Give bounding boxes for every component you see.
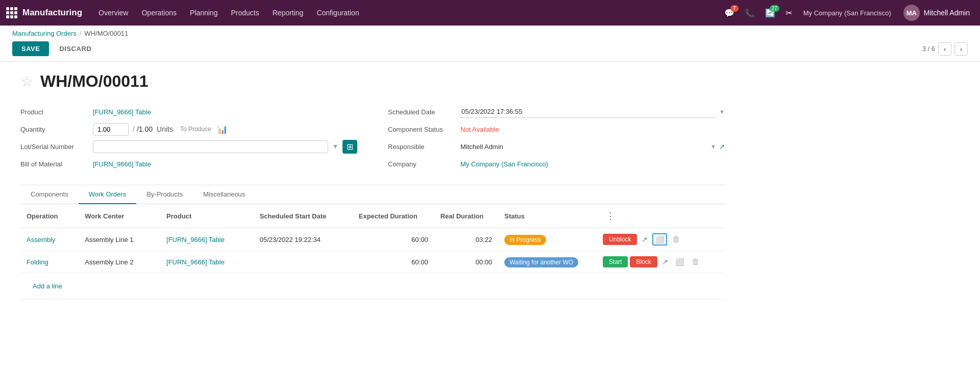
start-button[interactable]: Start (603, 256, 628, 267)
user-avatar: MA (903, 5, 920, 21)
quantity-field: Quantity / /1.00 Units To Produce 📊 (20, 120, 357, 138)
nav-reporting[interactable]: Reporting (266, 6, 310, 20)
lot-serial-label: Lot/Serial Number (20, 143, 87, 151)
row1-product: [FURN_9666] Table (160, 228, 254, 251)
row1-tablet-button[interactable]: ⬜ (652, 233, 667, 246)
quantity-of: /1.00 (137, 125, 153, 133)
row2-tablet-button[interactable]: ⬜ (673, 256, 687, 267)
nav-operations[interactable]: Operations (135, 6, 182, 20)
responsible-input[interactable] (460, 143, 707, 151)
quantity-to-produce-label: To Produce (180, 126, 211, 133)
row2-external-link-button[interactable]: ↗ (659, 256, 671, 267)
page-header: Manufacturing Orders / WH/MO/00011 SAVE … (0, 26, 980, 62)
responsible-external-link-icon[interactable]: ↗ (719, 143, 725, 151)
chat-button[interactable]: 💬 7 (721, 6, 738, 20)
row2-delete-button[interactable]: 🗑 (689, 256, 703, 267)
th-real-duration: Real Duration (434, 204, 499, 228)
tab-by-products[interactable]: By-Products (136, 185, 193, 204)
row1-delete-button[interactable]: 🗑 (669, 234, 683, 245)
breadcrumb: Manufacturing Orders / WH/MO/00011 (12, 30, 968, 37)
product-label: Product (20, 108, 87, 116)
pagination-prev[interactable]: ‹ (938, 42, 951, 56)
save-button[interactable]: SAVE (12, 41, 49, 56)
row2-expected-duration: 60:00 (353, 251, 434, 273)
row2-operation-link[interactable]: Folding (27, 258, 48, 266)
grid-icon (6, 7, 17, 18)
nav-menu: Overview Operations Planning Products Re… (92, 6, 719, 20)
trash-icon: 🗑 (692, 257, 700, 266)
work-orders-table: Operation Work Center Product Scheduled … (20, 204, 725, 300)
row1-status: In Progress (498, 228, 597, 251)
table-row: Assembly Assembly Line 1 [FURN_9666] Tab… (20, 228, 725, 251)
tabs-list: Components Work Orders By-Products Misce… (20, 185, 725, 204)
chart-icon[interactable]: 📊 (217, 125, 228, 134)
nav-overview[interactable]: Overview (92, 6, 134, 20)
add-line-cell: Add a line (20, 273, 725, 300)
user-menu[interactable]: MA Mitchell Admin (899, 3, 974, 23)
quantity-unit: Units (157, 125, 173, 133)
scheduled-date-input[interactable] (460, 106, 716, 118)
activity-button[interactable]: 🔄 27 (762, 6, 778, 20)
breadcrumb-current: WH/MO/00011 (84, 30, 128, 37)
tab-work-orders[interactable]: Work Orders (79, 185, 136, 204)
row2-status: Waiting for another WO (498, 251, 597, 273)
right-fields: Scheduled Date ▼ Component Status Not Av… (388, 103, 725, 173)
bom-label: Bill of Material (20, 160, 87, 168)
trash-icon: 🗑 (672, 235, 680, 243)
favorite-star-icon[interactable]: ☆ (20, 73, 33, 90)
app-logo[interactable]: Manufacturing (6, 7, 82, 18)
row2-start-date (254, 251, 353, 273)
row2-product-link[interactable]: [FURN_9666] Table (166, 258, 225, 266)
breadcrumb-separator: / (80, 30, 82, 37)
lot-serial-input[interactable] (93, 140, 328, 153)
breadcrumb-parent[interactable]: Manufacturing Orders (12, 30, 77, 37)
table-row: Folding Assembly Line 2 [FURN_9666] Tabl… (20, 251, 725, 273)
responsible-dropdown-icon[interactable]: ▼ (710, 143, 716, 150)
company-name: My Company (San Francisco) (803, 9, 891, 17)
phone-button[interactable]: 📞 (742, 6, 758, 20)
chat-badge: 7 (730, 5, 739, 12)
pagination-next[interactable]: › (954, 42, 968, 56)
bom-value[interactable]: [FURN_9666] Table (93, 160, 357, 168)
row1-external-link-button[interactable]: ↗ (639, 234, 650, 245)
lot-serial-field: Lot/Serial Number ▼ ⊞ (20, 138, 357, 155)
settings-button[interactable]: ✂ (782, 6, 795, 20)
row1-status-badge: In Progress (504, 235, 546, 245)
block-button[interactable]: Block (630, 256, 657, 267)
tab-components[interactable]: Components (20, 185, 79, 204)
table-more-button[interactable]: ⋮ (603, 209, 618, 223)
unblock-button[interactable]: Unblock (603, 234, 637, 245)
lot-dropdown-icon[interactable]: ▼ (332, 143, 338, 150)
add-line-button[interactable]: Add a line (27, 278, 68, 294)
nav-products[interactable]: Products (225, 6, 265, 20)
app-name: Manufacturing (22, 8, 82, 18)
row2-product: [FURN_9666] Table (160, 251, 254, 273)
row1-operation-link[interactable]: Assembly (27, 236, 55, 243)
company-field: Company My Company (San Francisco) (388, 155, 725, 173)
left-fields: Product [FURN_9666] Table Quantity / /1.… (20, 103, 357, 173)
responsible-row: ▼ ↗ (460, 143, 725, 151)
quantity-input[interactable] (93, 123, 129, 136)
tablet-icon: ⬜ (655, 235, 664, 243)
company-value[interactable]: My Company (San Francisco) (460, 160, 725, 168)
tab-miscellaneous[interactable]: Miscellaneous (193, 185, 255, 204)
scheduled-date-dropdown-icon[interactable]: ▼ (719, 109, 725, 115)
main-content: ☆ WH/MO/00011 Product [FURN_9666] Table … (0, 62, 980, 392)
form-title-row: ☆ WH/MO/00011 (20, 72, 725, 91)
component-status-field: Component Status Not Available (388, 120, 725, 138)
nav-planning[interactable]: Planning (184, 6, 224, 20)
th-operation: Operation (20, 204, 79, 228)
nav-configuration[interactable]: Configuration (310, 6, 365, 20)
row1-product-link[interactable]: [FURN_9666] Table (166, 236, 225, 243)
product-value[interactable]: [FURN_9666] Table (93, 108, 357, 116)
tabs-container: Components Work Orders By-Products Misce… (20, 185, 725, 300)
topnav-right: 💬 7 📞 🔄 27 ✂ My Company (San Francisco) … (721, 3, 974, 23)
discard-button[interactable]: DISCARD (53, 41, 97, 56)
th-actions: ⋮ (597, 204, 725, 228)
lot-add-button[interactable]: ⊞ (342, 140, 357, 154)
record-title: WH/MO/00011 (40, 72, 149, 91)
responsible-field: Responsible ▼ ↗ (388, 138, 725, 155)
row2-real-duration: 00:00 (434, 251, 499, 273)
add-line-row: Add a line (20, 273, 725, 300)
external-link-icon: ↗ (662, 258, 668, 266)
